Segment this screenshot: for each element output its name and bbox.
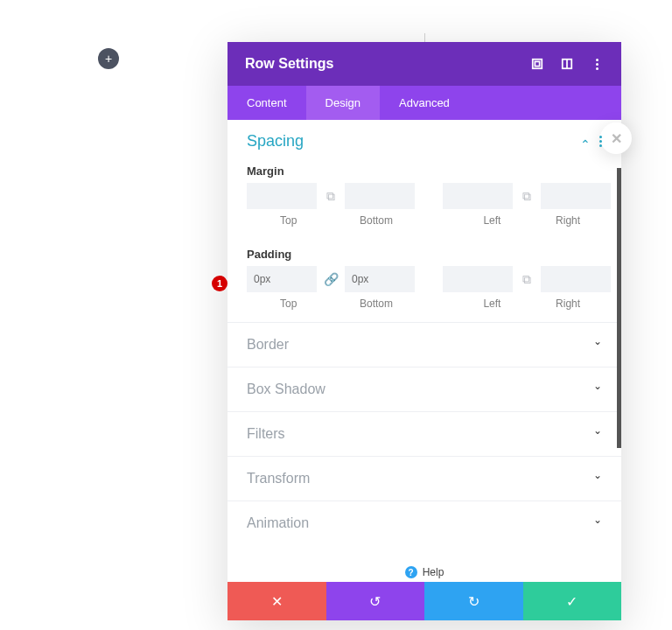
help-label: Help — [423, 566, 444, 578]
annotation-badge-1: 1 — [212, 276, 228, 291]
padding-label: Padding — [228, 239, 621, 266]
section-label: Transform — [247, 471, 310, 486]
chevron-down-icon — [593, 472, 602, 485]
padding-top-label: Top — [247, 298, 330, 310]
padding-row: 🔗 ⧉ — [228, 266, 621, 292]
padding-left-input[interactable] — [443, 266, 513, 292]
chevron-down-icon — [593, 428, 602, 440]
save-button[interactable]: ✓ — [523, 582, 622, 620]
section-animation[interactable]: Animation — [228, 501, 621, 545]
tab-advanced[interactable]: Advanced — [380, 86, 469, 120]
redo-icon: ↻ — [468, 593, 480, 610]
section-box-shadow[interactable]: Box Shadow — [228, 368, 621, 412]
link-icon[interactable]: ⧉ — [518, 187, 536, 205]
margin-top-input[interactable] — [247, 183, 317, 209]
tabs: Content Design Advanced — [228, 86, 621, 120]
margin-left-input[interactable] — [443, 183, 513, 209]
margin-left-label: Left — [451, 214, 534, 227]
margin-lr-pair: ⧉ — [443, 183, 611, 209]
spacing-title: Spacing — [247, 132, 304, 150]
collapsed-sections: Border Box Shadow Filters Transform Anim… — [228, 322, 621, 545]
spacing-section-header[interactable]: Spacing — [228, 120, 621, 156]
margin-top-label: Top — [247, 214, 330, 227]
section-more-icon[interactable] — [599, 136, 602, 147]
section-transform[interactable]: Transform — [228, 457, 621, 501]
margin-tb-pair: ⧉ — [247, 183, 415, 209]
settings-panel: Row Settings Content Design Advanced ✕ 1… — [228, 42, 621, 620]
section-border[interactable]: Border — [228, 323, 621, 368]
padding-left-label: Left — [451, 298, 534, 310]
scrollbar[interactable] — [617, 168, 621, 448]
panel-body: 1 Spacing Margin ⧉ ⧉ Top — [228, 120, 621, 582]
tab-content[interactable]: Content — [228, 86, 306, 120]
link-icon[interactable]: ⧉ — [518, 270, 536, 288]
help-row[interactable]: ? Help — [228, 557, 621, 582]
panel-footer: ✕ ↺ ↻ ✓ — [228, 582, 621, 620]
link-icon[interactable]: 🔗 — [322, 270, 340, 288]
svg-rect-1 — [535, 61, 539, 66]
spacing-actions — [580, 134, 602, 150]
undo-button[interactable]: ↺ — [326, 582, 425, 620]
tab-design[interactable]: Design — [306, 86, 380, 120]
panel-header: Row Settings — [228, 42, 621, 86]
margin-sublabels: Top Bottom Left Right — [228, 209, 621, 239]
section-label: Border — [247, 337, 289, 353]
close-icon: ✕ — [271, 593, 283, 610]
header-actions — [530, 57, 604, 71]
collapse-icon[interactable] — [580, 134, 591, 150]
margin-label: Margin — [228, 156, 621, 183]
link-icon[interactable]: ⧉ — [322, 187, 340, 205]
panel-title: Row Settings — [245, 56, 333, 72]
section-filters[interactable]: Filters — [228, 412, 621, 457]
section-label: Filters — [247, 426, 285, 442]
chevron-down-icon — [593, 517, 602, 529]
plus-icon: + — [105, 52, 112, 66]
chevron-down-icon — [593, 339, 602, 351]
padding-bottom-input[interactable] — [345, 266, 415, 292]
add-section-button[interactable]: + — [98, 48, 119, 69]
padding-lr-pair: ⧉ — [443, 266, 611, 292]
redo-button[interactable]: ↻ — [424, 582, 523, 620]
chevron-down-icon — [593, 383, 602, 396]
margin-row: ⧉ ⧉ — [228, 183, 621, 209]
undo-icon: ↺ — [369, 593, 381, 610]
margin-right-input[interactable] — [541, 183, 611, 209]
expand-icon[interactable] — [530, 57, 544, 71]
padding-top-input[interactable] — [247, 266, 317, 292]
snap-icon[interactable] — [560, 57, 574, 71]
more-options-icon[interactable] — [590, 57, 604, 71]
padding-tb-pair: 🔗 — [247, 266, 415, 292]
padding-sublabels: Top Bottom Left Right — [228, 292, 621, 322]
padding-right-label: Right — [534, 298, 602, 310]
margin-bottom-label: Bottom — [330, 214, 422, 227]
cancel-button[interactable]: ✕ — [228, 582, 326, 620]
section-label: Box Shadow — [247, 382, 326, 397]
check-icon: ✓ — [566, 593, 578, 610]
padding-bottom-label: Bottom — [330, 298, 422, 310]
top-tick — [424, 33, 425, 42]
svg-rect-0 — [533, 60, 542, 69]
margin-right-label: Right — [534, 214, 602, 227]
margin-bottom-input[interactable] — [345, 183, 415, 209]
help-icon: ? — [405, 566, 417, 578]
section-label: Animation — [247, 515, 309, 531]
padding-right-input[interactable] — [541, 266, 611, 292]
